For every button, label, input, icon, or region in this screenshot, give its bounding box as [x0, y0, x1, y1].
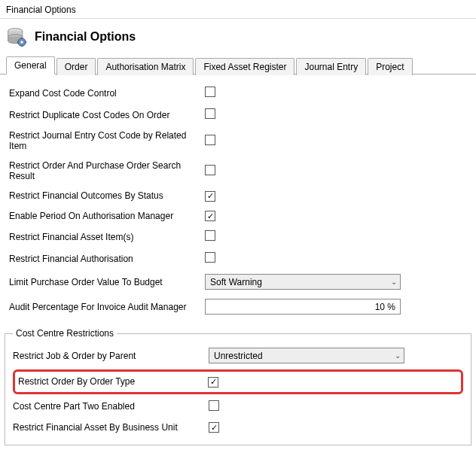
option-row: Enable Period On Authorisation Manager — [9, 206, 467, 226]
highlighted-option: Restrict Order By Order Type — [13, 369, 463, 394]
checkbox-expand-cost-code[interactable] — [205, 87, 215, 97]
option-label: Expand Cost Code Control — [9, 88, 205, 99]
tab-authorisation-matrix[interactable]: Authorisation Matrix — [97, 58, 194, 75]
option-row: Restrict Order And Purchase Order Search… — [9, 156, 467, 186]
checkbox-cc-part-two[interactable] — [209, 400, 219, 411]
checkbox-restrict-status[interactable] — [205, 191, 215, 202]
page-title: Financial Options — [35, 30, 136, 44]
checkbox-restrict-fin-auth[interactable] — [205, 252, 215, 263]
audit-percentage-input[interactable]: 10 % — [205, 299, 401, 315]
group-legend: Cost Centre Restrictions — [13, 328, 117, 339]
option-row: Restrict Financial Asset Item(s) — [9, 226, 467, 248]
option-row: Restrict Job & Order by Parent Unrestric… — [13, 343, 463, 368]
tab-panel-general: Expand Cost Code Control Restrict Duplic… — [0, 74, 476, 324]
option-row: Audit Percentage For Invoice Audit Manag… — [9, 294, 467, 319]
checkbox-restrict-duplicate-codes[interactable] — [205, 108, 215, 119]
checkbox-restrict-asset-items[interactable] — [205, 230, 215, 241]
limit-po-select[interactable]: Soft Warning ⌄ — [205, 274, 401, 290]
option-label: Restrict Order By Order Type — [18, 376, 208, 387]
svg-point-3 — [20, 41, 23, 44]
checkbox-restrict-po-search[interactable] — [205, 165, 215, 175]
checkbox-restrict-asset-bu[interactable] — [209, 422, 219, 433]
option-label: Enable Period On Authorisation Manager — [9, 211, 205, 221]
tab-order[interactable]: Order — [56, 58, 96, 75]
option-row: Limit Purchase Order Value To Budget Sof… — [9, 269, 467, 294]
header: Financial Options — [0, 19, 476, 53]
option-label: Cost Centre Part Two Enabled — [13, 401, 209, 412]
tab-fixed-asset-register[interactable]: Fixed Asset Register — [195, 58, 294, 75]
select-value: Unrestricted — [214, 351, 263, 361]
option-row: Restrict Order By Order Type — [18, 375, 458, 389]
select-value: Soft Warning — [210, 277, 262, 287]
window-title: Financial Options — [0, 0, 476, 19]
option-row: Restrict Financial Authorisation — [9, 248, 467, 269]
option-row: Restrict Journal Entry Cost Code by Rela… — [9, 126, 467, 156]
tab-general[interactable]: General — [6, 56, 55, 74]
tab-journal-entry[interactable]: Journal Entry — [296, 58, 366, 75]
option-row: Expand Cost Code Control — [9, 82, 467, 104]
option-label: Restrict Financial Outcomes By Status — [9, 190, 205, 201]
option-label: Restrict Financial Asset By Business Uni… — [13, 422, 209, 433]
option-label: Restrict Job & Order by Parent — [13, 351, 209, 361]
cost-centre-restrictions-group: Cost Centre Restrictions Restrict Job & … — [5, 328, 471, 445]
input-value: 10 % — [375, 302, 395, 312]
option-label: Audit Percentage For Invoice Audit Manag… — [9, 302, 205, 312]
tab-strip: General Order Authorisation Matrix Fixed… — [0, 56, 476, 74]
option-row: Restrict Financial Outcomes By Status — [9, 186, 467, 206]
checkbox-enable-period[interactable] — [205, 211, 215, 221]
checkbox-restrict-order-type[interactable] — [208, 377, 218, 388]
option-label: Restrict Financial Asset Item(s) — [9, 232, 205, 242]
option-row: Restrict Financial Asset By Business Uni… — [13, 418, 463, 438]
option-label: Restrict Journal Entry Cost Code by Rela… — [9, 130, 205, 151]
option-label: Limit Purchase Order Value To Budget — [9, 277, 205, 287]
option-label: Restrict Financial Authorisation — [9, 254, 205, 264]
chevron-down-icon: ⌄ — [391, 278, 397, 286]
option-label: Restrict Order And Purchase Order Search… — [9, 160, 205, 181]
option-label: Restrict Duplicate Cost Codes On Order — [9, 110, 205, 120]
option-row: Cost Centre Part Two Enabled — [13, 396, 463, 418]
chevron-down-icon: ⌄ — [395, 351, 401, 360]
restrict-job-order-select[interactable]: Unrestricted ⌄ — [209, 348, 404, 363]
checkbox-restrict-journal-entry[interactable] — [205, 135, 215, 145]
tab-project[interactable]: Project — [368, 58, 412, 75]
database-gear-icon — [6, 26, 27, 47]
option-row: Restrict Duplicate Cost Codes On Order — [9, 104, 467, 126]
